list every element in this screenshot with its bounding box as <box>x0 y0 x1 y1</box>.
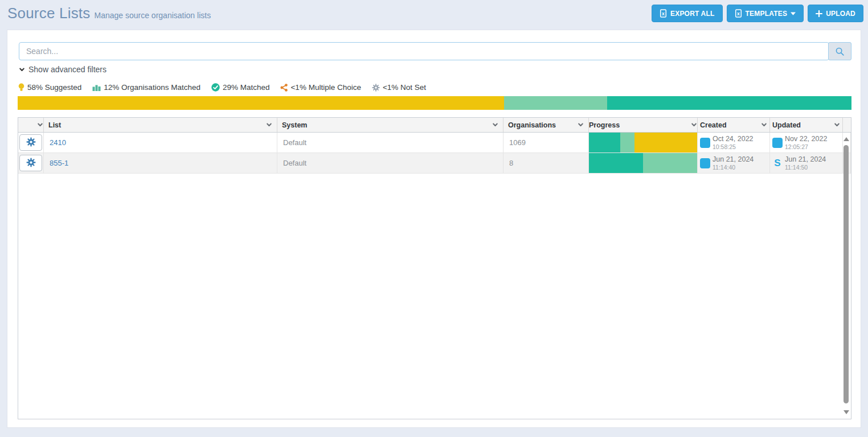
system-value: Default <box>283 138 306 147</box>
progress-segment-organisations_matched <box>643 153 697 173</box>
file-excel-icon: x <box>660 9 667 18</box>
legend-item: 12% Organisations Matched <box>92 83 200 92</box>
progress-segment-suggested <box>634 133 697 152</box>
table-row: 855-1Default8Jun 21, 202411:14:40SJun 21… <box>18 153 851 174</box>
legend-item: <1% Not Set <box>372 83 426 92</box>
organisations-value: 1069 <box>509 138 526 147</box>
templates-button[interactable]: x TEMPLATES <box>727 5 804 22</box>
svg-text:x: x <box>662 11 665 17</box>
column-header-label: Updated <box>772 121 801 129</box>
legend-label: 58% Suggested <box>27 83 81 92</box>
content-card: Show advanced filters 58% Suggested12% O… <box>7 30 861 428</box>
progress-segment-suggested <box>18 96 504 110</box>
column-header-list[interactable]: List <box>44 118 277 132</box>
organisations-value: 8 <box>509 159 513 167</box>
legend-label: 12% Organisations Matched <box>104 83 200 92</box>
chevron-down-icon[interactable] <box>761 122 767 128</box>
actions-cell <box>18 153 44 173</box>
list-cell: 855-1 <box>44 153 277 173</box>
created-time: 11:14:40 <box>713 164 754 171</box>
scroll-down-arrow-icon[interactable] <box>844 410 849 414</box>
toolbar: x EXPORT ALL x TEMPLATES UPLOAD <box>652 5 863 22</box>
list-link[interactable]: 855-1 <box>50 159 68 167</box>
created-time: 10:58:25 <box>713 143 754 150</box>
sync-icon: S <box>772 158 783 168</box>
column-header-system[interactable]: System <box>277 118 503 132</box>
upload-label: UPLOAD <box>826 10 855 18</box>
row-settings-button[interactable] <box>19 155 42 171</box>
legend-item: <1% Multiple Choice <box>280 83 361 92</box>
chevron-down-icon[interactable] <box>266 122 272 128</box>
gear-icon <box>372 84 380 92</box>
chevron-down-icon[interactable] <box>37 122 43 128</box>
scrollbar-thumb[interactable] <box>844 145 849 403</box>
upload-button[interactable]: UPLOAD <box>808 5 863 22</box>
updated-cell: SJun 21, 202411:14:50 <box>770 153 843 173</box>
progress-segment-matched <box>589 153 643 173</box>
list-link[interactable]: 2410 <box>50 138 66 147</box>
column-header-created[interactable]: Created <box>698 118 770 132</box>
system-cell: Default <box>277 153 503 173</box>
updated-cell: Nov 22, 202212:05:27 <box>770 133 843 152</box>
caret-down-icon <box>791 11 796 16</box>
table-row: 2410Default1069Oct 24, 202210:58:25Nov 2… <box>18 133 851 153</box>
search-bar <box>19 42 851 60</box>
organisations-cell: 1069 <box>503 133 589 152</box>
created-cell: Oct 24, 202210:58:25 <box>698 133 770 152</box>
column-header-updated[interactable]: Updated <box>770 118 843 132</box>
show-advanced-filters-label: Show advanced filters <box>28 65 107 74</box>
progress-segment-matched <box>607 96 851 110</box>
row-progress-bar <box>589 133 697 152</box>
overall-progress-bar <box>18 96 851 110</box>
blue-square-icon <box>700 158 710 168</box>
created-date: Jun 21, 2024 <box>713 155 754 163</box>
row-progress-bar <box>589 153 697 173</box>
legend-label: <1% Not Set <box>383 83 426 92</box>
export-all-label: EXPORT ALL <box>670 10 715 18</box>
chevron-down-icon[interactable] <box>691 122 697 128</box>
share-icon <box>280 84 288 92</box>
page-subtitle: Manage source organisation lists <box>94 11 211 20</box>
vertical-scrollbar[interactable] <box>842 134 850 417</box>
export-all-button[interactable]: x EXPORT ALL <box>652 5 723 22</box>
chevron-down-icon[interactable] <box>834 122 840 128</box>
scroll-up-arrow-icon[interactable] <box>844 137 849 141</box>
column-header-organisations[interactable]: Organisations <box>503 118 589 132</box>
status-legend: 58% Suggested12% Organisations Matched29… <box>18 83 426 92</box>
created-cell: Jun 21, 202411:14:40 <box>698 153 770 173</box>
updated-date: Jun 21, 2024 <box>785 155 826 163</box>
system-value: Default <box>283 159 306 167</box>
progress-segment-matched <box>589 133 620 152</box>
updated-date: Nov 22, 2022 <box>785 135 827 143</box>
legend-label: <1% Multiple Choice <box>290 83 361 92</box>
updated-time: 12:05:27 <box>785 143 827 150</box>
gear-icon <box>26 137 36 149</box>
column-header-label: Progress <box>589 121 620 129</box>
progress-segment-organisations_matched <box>620 133 634 152</box>
plus-icon <box>816 10 822 17</box>
search-button[interactable] <box>828 42 851 60</box>
check-circle-icon <box>211 83 220 92</box>
chevron-down-icon <box>19 67 25 73</box>
legend-item: 58% Suggested <box>18 83 81 92</box>
column-header-progress[interactable]: Progress <box>589 118 698 132</box>
blue-square-icon <box>700 138 710 148</box>
show-advanced-filters-toggle[interactable]: Show advanced filters <box>19 65 107 74</box>
svg-text:x: x <box>737 11 740 17</box>
progress-cell <box>589 153 698 173</box>
chevron-down-icon[interactable] <box>492 122 498 128</box>
list-cell: 2410 <box>44 133 277 152</box>
progress-segment-organisations_matched <box>504 96 608 110</box>
column-header-gutter <box>843 118 851 132</box>
page-title: Source Lists <box>7 5 90 22</box>
templates-label: TEMPLATES <box>746 10 788 18</box>
search-input[interactable] <box>19 42 829 60</box>
gear-icon <box>26 158 36 169</box>
progress-cell <box>589 133 698 152</box>
table-body: 2410Default1069Oct 24, 202210:58:25Nov 2… <box>18 133 851 174</box>
row-settings-button[interactable] <box>19 134 42 151</box>
chevron-down-icon[interactable] <box>578 122 584 128</box>
column-header-actions[interactable] <box>18 118 44 132</box>
search-icon <box>835 47 845 56</box>
column-header-label: System <box>282 121 307 129</box>
